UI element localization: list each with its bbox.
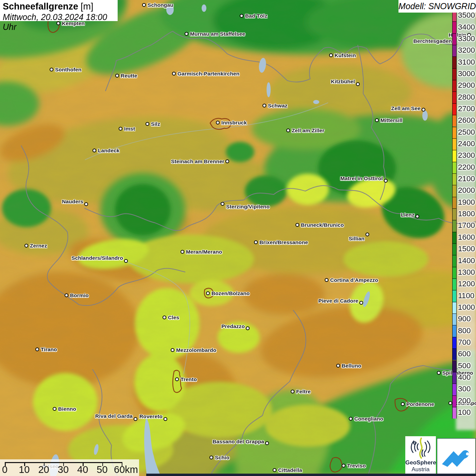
map-title: Schneefallgrenze[m] <box>3 1 118 12</box>
city-label: Codroipo <box>454 400 476 406</box>
city-marker <box>359 301 363 305</box>
legend-segment <box>453 91 456 103</box>
legend-segment <box>453 360 456 372</box>
city-label: Mittersill <box>380 117 403 123</box>
color-scale-bar <box>452 10 457 419</box>
city-label: Bad Tölz <box>245 13 267 19</box>
city-marker <box>216 121 220 124</box>
city-label: Schongau <box>148 2 173 8</box>
city-label: Trento <box>181 376 197 382</box>
legend-segment <box>453 232 456 243</box>
legend-segment <box>453 33 456 45</box>
city-label: Silz <box>151 121 160 127</box>
city-marker <box>119 127 122 131</box>
city-label: Garmisch-Partenkirchen <box>177 71 239 77</box>
city-marker <box>349 417 353 421</box>
city-marker <box>53 407 56 411</box>
legend-segment <box>453 372 456 384</box>
legend-segment <box>453 255 456 267</box>
city-label: Schio <box>215 455 230 461</box>
city-marker <box>448 401 452 405</box>
city-marker <box>171 348 174 352</box>
city-label: Schlanders/Silandro <box>71 255 123 261</box>
legend-segment <box>453 278 456 290</box>
scalebar-label: 50 <box>97 464 107 475</box>
city-label: Bozen/Bolzano <box>211 290 250 296</box>
legend-segment <box>453 208 456 220</box>
legend-segment <box>453 21 456 33</box>
city-marker <box>142 3 146 7</box>
legend-segment <box>453 290 456 302</box>
city-label: Imst <box>124 126 135 132</box>
city-label: Cles <box>168 314 179 321</box>
city-marker <box>415 215 419 218</box>
city-label: Bienno <box>58 406 76 412</box>
city-marker <box>181 250 184 254</box>
city-marker <box>206 291 210 295</box>
city-label: Sonthofen <box>55 67 82 73</box>
city-marker <box>336 364 340 368</box>
title-text: Schneefallgrenze <box>3 1 78 12</box>
city-marker <box>262 104 266 107</box>
map-datetime: Mittwoch, 20.03.2024 18:00 Uhr <box>3 12 118 32</box>
legend-segment <box>453 302 456 313</box>
city-label: Feltre <box>296 389 311 395</box>
city-marker <box>24 244 28 248</box>
city-marker <box>401 402 405 406</box>
legend-segment <box>453 407 456 419</box>
legend-segment <box>453 56 456 68</box>
city-label: Brixen/Bressanone <box>259 239 308 245</box>
city-marker <box>342 464 345 468</box>
city-label: Cittadella <box>278 467 302 473</box>
scalebar-label: 20 <box>38 464 49 475</box>
model-label: Modell: SNOWGRID <box>398 1 476 11</box>
city-marker <box>422 108 425 112</box>
city-label: Treviso <box>347 463 366 469</box>
city-marker <box>134 417 137 421</box>
city-label: Riva del Garda <box>95 413 133 419</box>
city-marker <box>172 72 176 75</box>
title-unit: [m] <box>81 1 94 12</box>
city-label: Zernez <box>30 243 47 249</box>
legend-segment <box>453 243 456 255</box>
city-marker <box>240 14 243 18</box>
city-marker <box>209 456 213 459</box>
legend-segment <box>453 127 456 138</box>
legend-segment <box>453 220 456 232</box>
city-marker <box>265 441 269 445</box>
city-marker <box>375 118 379 122</box>
city-label: Bormio <box>70 292 89 299</box>
legend-segment <box>453 267 456 278</box>
city-marker <box>467 33 471 37</box>
city-label: Steinach am Brenner <box>171 158 224 165</box>
city-marker <box>115 74 119 78</box>
city-marker <box>84 202 88 206</box>
city-label: Pordenone <box>406 401 434 407</box>
city-marker <box>163 316 166 319</box>
city-label: Kitzbühel <box>331 79 355 85</box>
city-label: Zell am See <box>391 105 421 112</box>
city-marker <box>221 202 224 206</box>
city-label: Cortina d'Ampezzo <box>330 277 378 283</box>
city-label: Rovereto <box>139 413 163 420</box>
legend-segment <box>453 348 456 360</box>
geosphere-logo-country: Austria <box>405 466 436 473</box>
city-label: Tirano <box>41 346 57 353</box>
legend-segment <box>453 103 456 115</box>
bottom-edge-strip <box>146 474 476 476</box>
city-marker <box>286 129 290 132</box>
city-label: Mezzolombardo <box>176 347 216 353</box>
legend-segment <box>453 173 456 185</box>
scalebar-label: 10 <box>19 464 30 475</box>
city-marker <box>295 223 299 227</box>
city-marker <box>146 122 149 126</box>
scalebar-label: 0 <box>2 464 7 475</box>
city-marker <box>437 371 441 375</box>
legend-segment <box>453 162 456 173</box>
weather-map-screenshot: SchongauBad TölzKemptenMurnau am Staffel… <box>0 0 476 476</box>
city-label: Hallein <box>448 32 466 38</box>
city-label: Sterzing/Vipiteno <box>226 204 270 210</box>
legend-segment <box>453 45 456 56</box>
city-label: Spilimbergo <box>442 370 473 376</box>
legend-segment <box>453 115 456 126</box>
